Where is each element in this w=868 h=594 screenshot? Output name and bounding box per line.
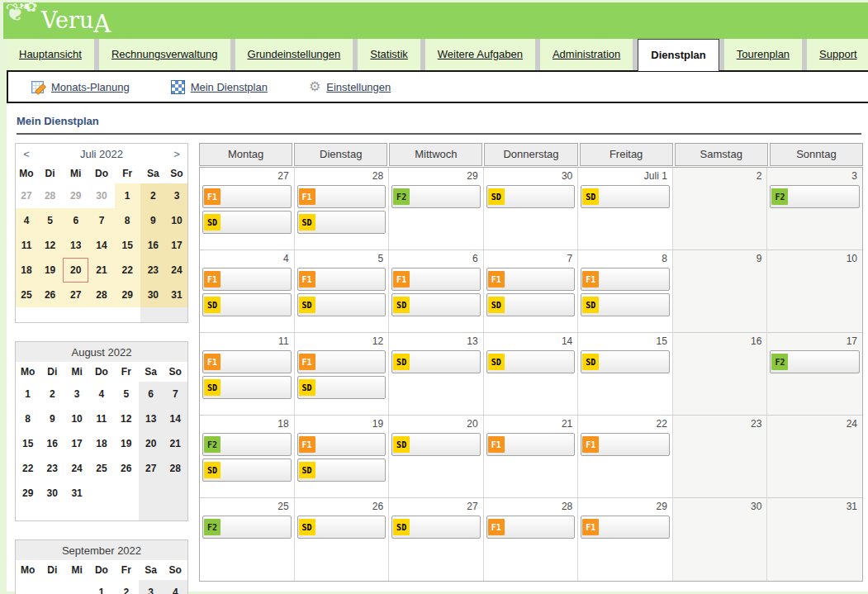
mini-day-cell[interactable]: 13 [63,233,88,258]
mini-next-month-button[interactable]: > [166,144,188,164]
mini-day-cell[interactable]: 1 [115,183,140,208]
shift-bar[interactable]: F2 [391,185,481,208]
mini-day-cell[interactable]: 8 [115,208,140,233]
mini-day-cell[interactable]: 29 [115,283,140,307]
tab-grundeinstellungen[interactable]: Grundeinstellungen [235,39,353,70]
mini-day-cell[interactable]: 19 [114,431,139,456]
mini-day-cell[interactable]: 7 [88,208,114,233]
mini-day-cell[interactable]: 4 [164,580,188,594]
shift-bar[interactable]: SD [391,433,481,456]
mini-day-cell[interactable]: 31 [166,283,188,307]
mini-day-cell[interactable]: 18 [89,431,114,456]
mini-day-cell[interactable]: 4 [16,208,38,233]
mini-day-cell[interactable]: 4 [89,382,114,406]
shift-bar[interactable]: SD [391,516,481,539]
shift-bar[interactable]: SD [581,293,670,316]
mini-day-cell[interactable]: 25 [16,283,38,307]
tab-weitere-aufgaben[interactable]: Weitere Aufgaben [425,39,535,70]
mini-day-cell[interactable]: 26 [37,283,63,307]
shift-bar[interactable]: SD [202,459,292,482]
shift-bar[interactable]: SD [486,185,576,208]
mini-day-cell[interactable]: 12 [114,406,139,431]
shift-bar[interactable]: SD [202,376,292,399]
shift-bar[interactable]: F1 [202,185,292,208]
mini-day-cell[interactable]: 26 [114,456,139,481]
shift-bar[interactable]: SD [297,293,387,316]
shift-bar[interactable]: F1 [297,268,387,291]
mini-day-cell[interactable] [40,580,64,594]
mini-day-cell[interactable]: 30 [40,481,64,506]
mini-day-cell[interactable]: 21 [88,258,114,283]
mini-day-cell[interactable]: 28 [164,456,188,481]
mini-day-cell[interactable]: 8 [16,406,40,431]
mini-day-cell[interactable]: 11 [89,406,114,431]
shift-bar[interactable]: F1 [297,185,387,208]
mini-day-cell[interactable]: 23 [40,456,64,481]
mini-day-cell[interactable]: 6 [63,208,88,233]
mini-prev-month-button[interactable]: < [16,144,38,164]
mini-day-cell[interactable]: 2 [140,183,166,208]
mini-day-cell[interactable]: 14 [164,406,188,431]
mini-day-cell[interactable]: 30 [140,283,166,307]
mini-day-cell[interactable]: 20 [139,431,164,456]
tab-administration[interactable]: Administration [540,39,633,70]
shift-bar[interactable]: SD [486,293,576,316]
mini-day-cell[interactable] [89,481,114,506]
tab-statistik[interactable]: Statistik [358,39,420,70]
mini-day-cell[interactable]: 3 [166,183,188,208]
shift-bar[interactable]: F1 [486,433,576,456]
mini-day-cell[interactable]: 27 [139,456,164,481]
shift-bar[interactable]: SD [202,211,292,234]
shift-bar[interactable]: F2 [202,433,292,456]
shift-bar[interactable]: F1 [202,350,292,373]
mini-day-cell[interactable]: 10 [64,406,89,431]
mini-day-cell[interactable] [64,580,89,594]
shift-bar[interactable]: SD [297,211,387,234]
mini-day-cell[interactable]: 14 [88,233,114,258]
shift-bar[interactable]: F1 [297,433,387,456]
mini-day-cell[interactable]: 13 [139,406,164,431]
mini-day-cell[interactable]: 10 [166,208,188,233]
mini-day-cell[interactable]: 22 [115,258,140,283]
shift-bar[interactable]: F2 [770,185,860,208]
monats-planung-link[interactable]: Monats-Planung [31,80,130,93]
mini-day-cell[interactable]: 5 [114,382,139,406]
mini-day-cell[interactable] [164,481,188,506]
mini-day-cell[interactable]: 29 [16,481,40,506]
mini-day-cell[interactable]: 16 [140,233,166,258]
shift-bar[interactable]: F2 [202,516,292,539]
mini-day-cell[interactable]: 16 [40,431,64,456]
mini-day-cell[interactable]: 18 [16,258,38,283]
mini-day-cell[interactable]: 1 [89,580,114,594]
mini-day-today[interactable]: 20 [63,258,88,283]
shift-bar[interactable]: SD [391,293,481,316]
mini-day-cell[interactable]: 21 [164,431,188,456]
shift-bar[interactable]: F2 [770,350,860,373]
mini-day-cell[interactable]: 28 [37,183,63,208]
shift-bar[interactable]: F1 [391,268,481,291]
mini-day-cell[interactable]: 3 [64,382,89,406]
mini-day-cell[interactable]: 9 [140,208,166,233]
mini-day-cell[interactable]: 1 [16,382,40,406]
shift-bar[interactable]: F1 [581,516,670,539]
mini-day-cell[interactable]: 23 [140,258,166,283]
shift-bar[interactable]: SD [581,350,670,373]
shift-bar[interactable]: SD [297,516,387,539]
mini-day-cell[interactable]: 27 [16,183,38,208]
shift-bar[interactable]: SD [581,185,670,208]
shift-bar[interactable]: F1 [486,268,576,291]
shift-bar[interactable]: F1 [202,268,292,291]
mini-day-cell[interactable]: 24 [64,456,89,481]
shift-bar[interactable]: SD [202,293,292,316]
mini-day-cell[interactable]: 17 [166,233,188,258]
mini-day-cell[interactable] [114,481,139,506]
mini-day-cell[interactable] [16,580,40,594]
shift-bar[interactable]: SD [486,350,576,373]
mini-day-cell[interactable]: 9 [40,406,64,431]
shift-bar[interactable]: SD [297,376,387,399]
mini-day-cell[interactable]: 11 [16,233,38,258]
mini-day-cell[interactable]: 17 [64,431,89,456]
tab-hauptansicht[interactable]: Hauptansicht [7,39,94,70]
mini-day-cell[interactable]: 15 [115,233,140,258]
mini-day-cell[interactable]: 31 [64,481,89,506]
